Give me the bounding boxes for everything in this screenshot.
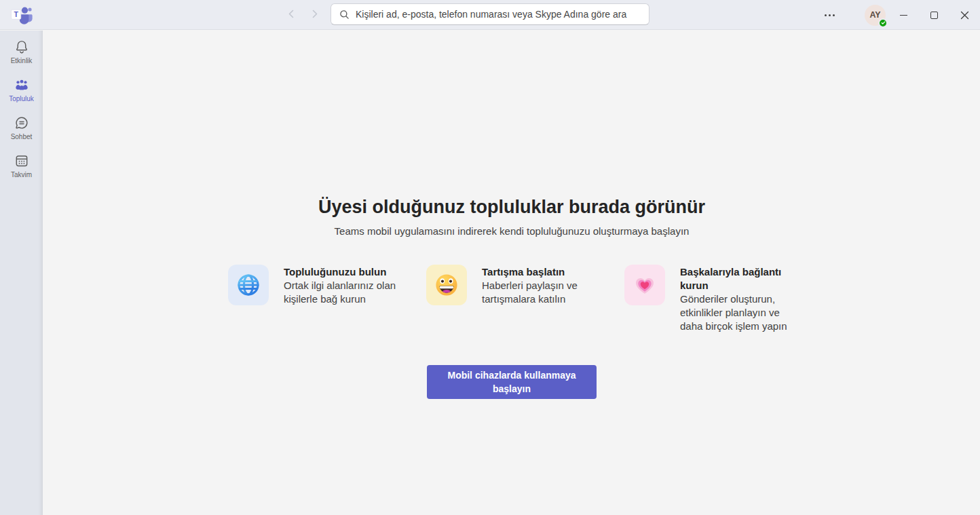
sidebar-item-label: Takvim [11, 171, 32, 178]
sidebar-item-label: Sohbet [11, 133, 33, 140]
feature-start-discussion: Tartışma başlatın Haberleri paylaşın ve … [426, 265, 597, 333]
maximize-button[interactable] [919, 0, 949, 30]
search-input[interactable] [356, 9, 641, 20]
calendar-icon [14, 153, 29, 168]
people-community-icon [14, 77, 29, 92]
get-started-mobile-button[interactable]: Mobil cihazlarda kullanmaya başlayın [427, 365, 597, 399]
feature-title: Tartışma başlatın [482, 265, 597, 279]
communities-empty-state: Üyesi olduğunuz topluluklar burada görün… [43, 31, 980, 515]
sidebar-item-communities[interactable]: Topluluk [0, 77, 43, 102]
sidebar-item-label: Etkinlik [11, 57, 33, 64]
feature-connect-others: Başkalarıyla bağlantı kurun Gönderiler o… [624, 265, 795, 333]
page-title: Üyesi olduğunuz topluluklar burada görün… [318, 197, 705, 218]
svg-text:T: T [14, 10, 18, 18]
search-bar[interactable] [331, 3, 649, 25]
maximize-icon [930, 12, 938, 19]
chat-icon [14, 115, 29, 130]
title-bar: T AY [0, 0, 980, 30]
feature-description: Gönderiler oluşturun, etkinlikler planla… [680, 292, 795, 333]
heart-icon [624, 265, 665, 305]
close-button[interactable] [949, 0, 980, 30]
sidebar-item-chat[interactable]: Sohbet [0, 115, 43, 140]
globe-icon [228, 265, 269, 305]
smiley-icon [426, 265, 467, 305]
bell-icon [14, 39, 29, 54]
avatar[interactable]: AY [865, 5, 886, 26]
search-icon [339, 9, 350, 20]
close-icon [960, 11, 969, 20]
feature-description: Ortak ilgi alanlarınız olan kişilerle ba… [284, 279, 399, 306]
feature-description: Haberleri paylaşın ve tartışmalara katıl… [482, 279, 597, 306]
teams-logo-icon: T [10, 5, 33, 24]
minimize-icon [900, 15, 907, 16]
feature-list: Topluluğunuzu bulun Ortak ilgi alanların… [228, 265, 795, 333]
feature-find-community: Topluluğunuzu bulun Ortak ilgi alanların… [228, 265, 399, 333]
titlebar-controls: AY [819, 0, 980, 30]
feature-title: Topluluğunuzu bulun [284, 265, 399, 279]
back-button[interactable] [286, 8, 297, 20]
minimize-button[interactable] [888, 0, 919, 30]
sidebar-item-label: Topluluk [9, 95, 34, 102]
forward-button[interactable] [309, 8, 320, 20]
more-options-button[interactable] [819, 9, 840, 22]
sidebar-item-calendar[interactable]: Takvim [0, 153, 43, 178]
page-subtitle: Teams mobil uygulamasını indirerek kendi… [335, 225, 690, 237]
sidebar-item-activity[interactable]: Etkinlik [0, 39, 43, 64]
avatar-initials: AY [869, 10, 880, 20]
presence-available-icon [878, 18, 888, 28]
history-navigation [286, 8, 320, 20]
app-rail: Etkinlik Topluluk Sohbet [0, 31, 43, 515]
feature-title: Başkalarıyla bağlantı kurun [680, 265, 795, 292]
